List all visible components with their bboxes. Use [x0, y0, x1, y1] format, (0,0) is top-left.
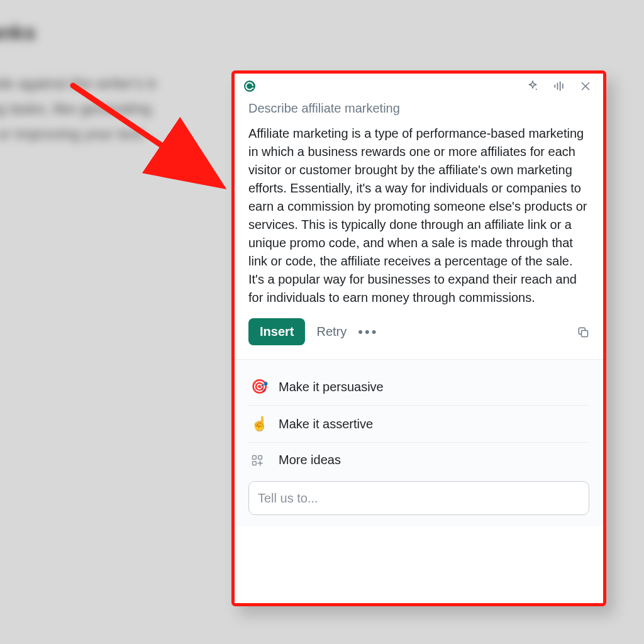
more-ideas-icon [251, 454, 267, 467]
bg-paragraph: code against the writer's b ting tasks, … [0, 71, 245, 147]
suggestion-make-assertive[interactable]: ☝️ Make it assertive [248, 406, 589, 443]
action-row: Insert Retry ••• [248, 318, 589, 345]
more-actions-icon[interactable]: ••• [358, 324, 378, 340]
panel-body: Describe affiliate marketing Affiliate m… [235, 97, 603, 359]
suggestion-label: Make it persuasive [279, 380, 384, 394]
svg-rect-12 [253, 455, 257, 459]
prompt-label: Describe affiliate marketing [248, 101, 589, 116]
bg-title: lanks [0, 20, 245, 45]
retry-button[interactable]: Retry [316, 325, 347, 339]
insert-button[interactable]: Insert [248, 318, 305, 345]
suggestions-section: 🎯 Make it persuasive ☝️ Make it assertiv… [235, 359, 603, 526]
svg-rect-11 [582, 330, 588, 336]
bg-line-3: s, or improving your text. [0, 121, 245, 147]
suggestion-make-persuasive[interactable]: 🎯 Make it persuasive [248, 369, 589, 406]
svg-point-3 [536, 89, 537, 90]
close-icon[interactable] [579, 80, 592, 92]
suggestion-more-ideas[interactable]: More ideas [248, 443, 589, 477]
svg-rect-14 [253, 461, 257, 465]
suggestion-label: More ideas [279, 453, 341, 467]
pointing-emoji-icon: ☝️ [251, 416, 267, 432]
background-document: lanks code against the writer's b ting t… [0, 20, 245, 147]
sparkle-icon[interactable] [526, 80, 539, 92]
target-emoji-icon: 🎯 [251, 379, 267, 395]
bg-line-2: ting tasks, like generating [0, 96, 245, 121]
copy-icon[interactable] [577, 326, 589, 338]
voice-waveform-icon[interactable] [553, 80, 565, 92]
prompt-input[interactable] [248, 481, 589, 515]
panel-header [235, 74, 603, 97]
grammarly-assistant-panel: Describe affiliate marketing Affiliate m… [231, 70, 606, 606]
svg-rect-13 [258, 455, 262, 459]
grammarly-logo-icon [243, 80, 256, 92]
suggestion-label: Make it assertive [279, 417, 373, 431]
bg-line-1: code against the writer's b [0, 71, 245, 96]
generated-text: Affiliate marketing is a type of perform… [248, 125, 589, 307]
